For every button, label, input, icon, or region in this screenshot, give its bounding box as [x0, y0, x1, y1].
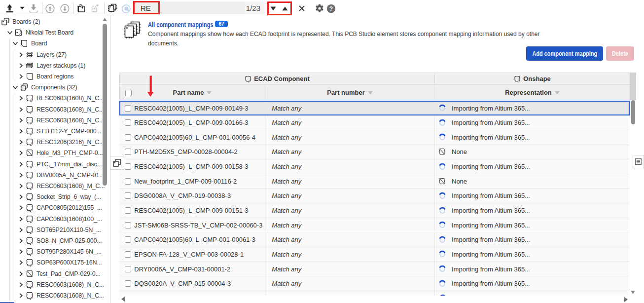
svg-text:?: ? [329, 5, 333, 12]
